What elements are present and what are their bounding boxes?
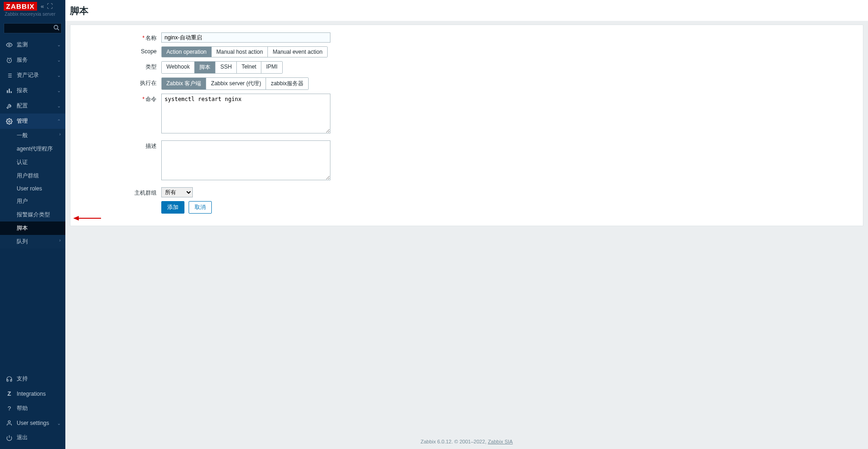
fullscreen-icon[interactable]: ⛶ [47,3,53,10]
sub-label: 脚本 [17,225,28,231]
label-type: 类型 [78,61,161,71]
form-panel: *名称 Scope Action operation Manual host a… [70,25,863,226]
chevron-right-icon: › [59,132,61,137]
chevron-down-icon: ⌄ [57,57,61,63]
nav-config[interactable]: 配置 ⌄ [0,98,65,114]
bar-icon [5,88,14,94]
nav-reports[interactable]: 报表 ⌄ [0,83,65,98]
svg-line-1 [57,29,59,30]
label-description: 描述 [78,140,161,150]
nav-label: 退出 [17,434,61,442]
nav-label: 监测 [17,41,57,49]
chevron-down-icon: ⌄ [57,421,61,426]
svg-rect-10 [7,90,8,93]
label-name: *名称 [78,32,161,42]
execute-on-group: Zabbix 客户端 Zabbix server (代理) zabbix服务器 [161,77,309,90]
sub-label: 用户 [17,198,28,204]
cancel-button[interactable]: 取消 [189,201,212,214]
commands-textarea[interactable]: systemctl restart nginx [161,94,330,133]
chevron-down-icon: ⌄ [57,42,61,47]
sidebar: ZABBIX « ⛶ Zabbix mooreyxia server 监测 ⌄ [0,0,65,449]
type-group: Webhook 脚本 SSH Telnet IPMI [161,61,283,74]
type-ipmi[interactable]: IPMI [261,62,282,73]
chevron-up-icon: ⌃ [57,119,61,124]
nav-integrations[interactable]: Z Integrations [0,386,65,401]
chevron-down-icon: ⌄ [57,103,61,108]
type-ssh[interactable]: SSH [215,62,237,73]
nav-support[interactable]: 支持 [0,371,65,386]
help-icon: ? [5,405,14,412]
sidebar-item-mediatypes[interactable]: 报警媒介类型 [0,208,65,221]
execute-agent[interactable]: Zabbix 客户端 [162,78,206,89]
nav-label: 管理 [17,117,57,125]
support-icon [5,376,14,382]
sidebar-item-users[interactable]: 用户 [0,195,65,208]
svg-point-14 [8,421,11,423]
execute-server-proxy[interactable]: Zabbix server (代理) [206,78,266,89]
clock-icon [5,57,14,63]
page-header: 脚本 [65,0,868,21]
label-scope: Scope [78,46,161,55]
name-input[interactable] [161,32,330,43]
nav-help[interactable]: ? 帮助 [0,401,65,416]
add-button[interactable]: 添加 [161,201,184,214]
list-icon [5,72,14,79]
z-icon: Z [5,390,14,397]
nav-usersettings[interactable]: User settings ⌄ [0,416,65,430]
search-icon[interactable] [53,25,59,32]
content: *名称 Scope Action operation Manual host a… [65,21,868,434]
sidebar-item-general[interactable]: 一般› [0,129,65,142]
nav-label: 资产记录 [17,71,57,79]
nav-admin-sub: 一般› agent代理程序 认证 用户群组 User roles 用户 报警媒介… [0,129,65,248]
svg-point-2 [8,44,10,46]
nav-label: 服务 [17,56,57,64]
sidebar-bottom: 支持 Z Integrations ? 帮助 User settings ⌄ 退… [0,371,65,449]
server-name: Zabbix mooreyxia server [4,12,62,17]
sidebar-item-usergroups[interactable]: 用户群组 [0,169,65,183]
sidebar-item-queue[interactable]: 队列› [0,235,65,248]
label-text: 命令 [146,96,157,102]
svg-rect-11 [9,89,10,93]
nav-label: User settings [17,420,57,426]
host-group-select[interactable]: 所有 [161,187,193,197]
sub-label: 报警媒介类型 [17,211,50,218]
sub-label: 一般 [17,132,28,139]
type-telnet[interactable]: Telnet [237,62,261,73]
type-script[interactable]: 脚本 [195,62,215,73]
eye-icon [5,42,14,48]
scope-manual-host[interactable]: Manual host action [212,47,268,57]
nav-monitoring[interactable]: 监测 ⌄ [0,37,65,52]
sub-label: agent代理程序 [17,145,53,152]
footer-link[interactable]: Zabbix SIA [488,439,513,444]
description-textarea[interactable] [161,140,330,180]
power-icon [5,435,14,441]
sidebar-item-userroles[interactable]: User roles [0,183,65,195]
svg-point-0 [54,25,58,29]
scope-group: Action operation Manual host action Manu… [161,46,328,57]
logo[interactable]: ZABBIX [4,2,37,11]
scope-action-operation[interactable]: Action operation [162,47,212,57]
nav-inventory[interactable]: 资产记录 ⌄ [0,68,65,83]
nav-label: 支持 [17,375,61,383]
nav-label: Integrations [17,391,61,397]
type-webhook[interactable]: Webhook [162,62,195,73]
label-host-group: 主机群组 [78,187,161,197]
nav-services[interactable]: 服务 ⌄ [0,52,65,68]
scope-manual-event[interactable]: Manual event action [268,47,327,57]
main: 脚本 *名称 Scope Action operation Manual hos… [65,0,868,449]
gear-icon [5,118,14,125]
execute-server[interactable]: zabbix服务器 [266,78,308,89]
svg-rect-12 [11,91,12,93]
chevron-down-icon: ⌄ [57,88,61,93]
label-text: 名称 [146,35,157,41]
sidebar-item-scripts[interactable]: 脚本 [0,221,65,235]
sidebar-item-proxies[interactable]: agent代理程序 [0,142,65,156]
sidebar-item-auth[interactable]: 认证 [0,156,65,169]
svg-point-13 [8,120,10,122]
collapse-icon[interactable]: « [41,3,44,10]
nav-label: 配置 [17,102,57,110]
footer: Zabbix 6.0.12. © 2001–2022, Zabbix SIA [65,434,868,449]
nav-logout[interactable]: 退出 [0,430,65,445]
nav-admin[interactable]: 管理 ⌃ [0,114,65,129]
label-commands: *命令 [78,94,161,103]
